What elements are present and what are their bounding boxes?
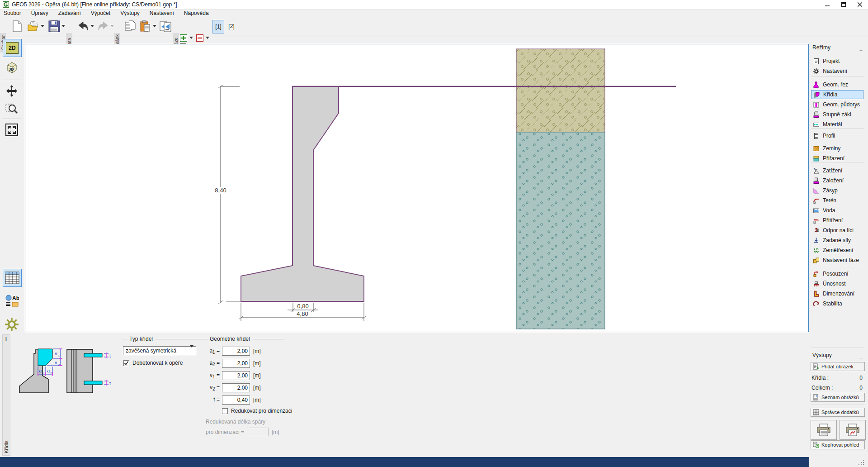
zoom-tool-button[interactable] [3,100,21,118]
mode-item-voda[interactable]: Voda [811,206,863,215]
mode-item-pritizeni[interactable]: Přitížení [811,216,863,225]
frame-side-strip: I Křídla [2,334,10,456]
reduce-row: Redukovat pro dimenzaci [222,408,292,414]
input-a2[interactable] [222,359,250,368]
picture-list-button[interactable]: Seznam obrázků [811,393,865,402]
input-a1[interactable] [222,347,250,356]
wing-schematic: v 1 v 2 a 1 a 2 t t [13,340,121,399]
fit-view-button[interactable] [3,121,21,138]
remove-phase-button[interactable] [196,34,203,42]
dobetonovat-checkbox[interactable] [123,360,129,366]
mode-item-dimenzovani[interactable]: Dimenzování [811,289,863,298]
addon-manager-button[interactable]: Správce dodatků [811,408,865,417]
outputs-panel-title: Výstupy [812,352,832,358]
undo-button[interactable] [76,19,90,34]
add-picture-icon [813,363,819,370]
mode-item-nastaveni-faze[interactable]: Nastavení fáze [811,256,863,265]
mode-item-projekt[interactable]: Projekt [811,57,863,66]
redo-button[interactable] [96,19,110,34]
wing-plan-top [84,353,102,357]
print-document-button[interactable] [811,420,837,440]
mode-item-stabilita[interactable]: Stabilita [811,299,863,308]
menu-soubor[interactable]: Soubor [4,10,21,16]
copy-button[interactable] [123,19,137,34]
annotation-settings-button[interactable]: Ab [3,292,21,310]
save-file-dropdown[interactable] [61,25,65,27]
mode-item-unosnost[interactable]: Únosnost [811,279,863,288]
field-label-v2: v2 = [203,384,220,391]
menu-upravy[interactable]: Úpravy [31,10,48,16]
menu-nastaveni[interactable]: Nastavení [150,10,174,16]
minimize-window-button[interactable] [819,0,835,9]
mode-item-prirazeni[interactable]: Přiřazení [811,154,863,163]
modes-panel-title: Režimy [812,44,830,51]
svg-text:v: v [55,360,57,365]
add-picture-button[interactable]: Přidat obrázek [811,362,865,371]
paste-button[interactable] [138,19,153,34]
mode-item-nastaveni[interactable]: Nastavení [811,67,863,76]
plan-geometry-icon [813,101,820,108]
drawing-settings-icon: Ab [5,294,19,308]
mode-item-zatizeni[interactable]: Zatížení [811,166,863,175]
mode-item-teren[interactable]: Terén [811,196,863,205]
pan-tool-button[interactable] [3,82,21,100]
add-phase-dropdown[interactable] [189,37,193,39]
close-window-button[interactable] [852,0,868,9]
redo-dropdown[interactable] [110,25,114,27]
dimension-height-label: 8,40 [215,187,226,194]
mode-item-posouzeni[interactable]: Posouzení [811,269,863,278]
reduce-checkbox[interactable] [222,408,228,414]
mode-item-geom-pudorys[interactable]: Geom. půdorys [811,100,863,109]
phase-tab-2[interactable]: [2] [226,20,237,33]
zoom-icon [5,102,19,116]
mode-item-zalozeni[interactable]: Založení [811,176,863,185]
mode-item-geom-rez[interactable]: Geom. řez [811,80,863,89]
mode-item-zeminy[interactable]: Zeminy [811,144,863,153]
foundation-icon [813,177,820,184]
menu-vypocet[interactable]: Výpočet [91,10,110,16]
mode-item-zasyp[interactable]: Zásyp [811,186,863,195]
drawing-canvas[interactable]: 8,40 0,80 4,80 [25,44,809,332]
save-file-button[interactable] [47,19,61,34]
mode-item-zemetreseni[interactable]: Zemětřesení [811,246,863,255]
unit-t: [m] [253,397,261,403]
resize-grip[interactable] [859,460,865,465]
open-file-dropdown[interactable] [41,25,44,27]
mode-item-kridla[interactable]: Křídla [811,90,863,99]
menu-zadavani[interactable]: Zadávání [58,10,81,16]
soils-icon [813,145,820,152]
mode-item-stupne-zakl[interactable]: Stupně zákl. [811,110,863,119]
input-v1[interactable] [222,371,250,380]
unit-v1: [m] [253,372,261,379]
panel-separator [811,405,864,405]
svg-text:a: a [47,368,50,373]
modes-panel-minimize-icon[interactable]: _ [858,44,864,50]
outputs-panel-minimize-icon[interactable]: _ [858,352,864,358]
copy-view-button[interactable]: Kopírovat pohled [811,440,865,449]
phase-tab-1[interactable]: [1] [212,20,224,33]
print-picture-button[interactable] [840,420,866,440]
mode-item-material[interactable]: Materiál [811,120,863,129]
input-t[interactable] [222,396,250,405]
input-v2[interactable] [222,383,250,392]
print-preview-button[interactable] [158,19,173,34]
mode-item-odpor-na-lici[interactable]: Odpor na líci [811,226,863,235]
maximize-window-button[interactable] [835,0,852,9]
mode-item-zadane-sily[interactable]: Zadané síly [811,236,863,245]
2d-icon: 2D [6,42,19,54]
panel-separator [811,348,864,348]
remove-phase-dropdown[interactable] [206,37,209,39]
menu-napoveda[interactable]: Nápověda [184,10,209,16]
view-2d-button[interactable]: 2D [3,39,22,57]
table-view-button[interactable] [3,269,22,287]
menu-vystupy[interactable]: Výstupy [120,10,140,16]
wing-type-select[interactable]: zavěšená symetrická [123,346,196,355]
undo-dropdown[interactable] [90,25,94,27]
add-phase-button[interactable] [180,34,187,42]
new-file-button[interactable] [10,19,24,34]
paste-dropdown[interactable] [153,25,156,27]
mode-item-profil[interactable]: Profil [811,131,863,140]
view-3d-button[interactable]: 3D [3,59,21,76]
settings-gear-button[interactable] [3,316,21,333]
open-file-button[interactable] [26,19,41,34]
